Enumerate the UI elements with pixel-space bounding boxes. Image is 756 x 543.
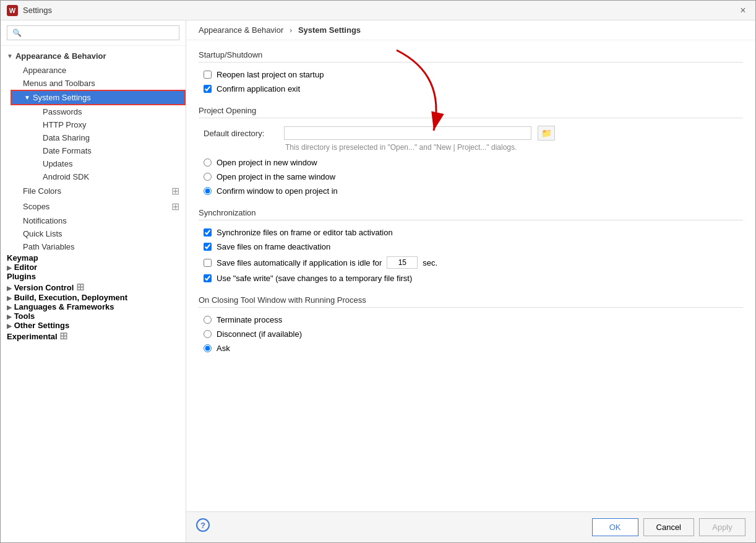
sidebar-tree: ▼ Appearance & Behavior Appearance Menus… bbox=[1, 46, 186, 542]
breadcrumb-current: System Settings bbox=[298, 25, 361, 35]
plugins-label: Plugins bbox=[7, 272, 36, 281]
window-title: Settings bbox=[23, 6, 52, 15]
annotation-container: Startup/Shutdown Reopen last project on … bbox=[199, 50, 743, 353]
sidebar-item-passwords[interactable]: Passwords bbox=[20, 105, 186, 118]
closing-section: On Closing Tool Window with Running Proc… bbox=[199, 295, 743, 353]
sidebar-item-appearance[interactable]: Appearance bbox=[11, 64, 186, 77]
safe-write-row: Use "safe write" (save changes to a temp… bbox=[199, 274, 743, 283]
sidebar-item-tools[interactable]: ▶ Tools bbox=[1, 311, 186, 321]
sidebar-item-editor[interactable]: ▶ Editor bbox=[1, 263, 186, 272]
disconnect-label[interactable]: Disconnect (if available) bbox=[204, 329, 302, 339]
languages-frameworks-label: Languages & Frameworks bbox=[14, 302, 114, 311]
right-panel: Appearance & Behavior › System Settings … bbox=[186, 20, 755, 542]
sidebar-item-android-sdk[interactable]: Android SDK bbox=[20, 170, 186, 183]
chevron-down-icon: ▼ bbox=[7, 53, 13, 59]
ask-radio[interactable] bbox=[204, 344, 212, 352]
open-new-window-label[interactable]: Open project in new window bbox=[204, 158, 317, 167]
file-colors-icon: ⊞ bbox=[171, 185, 179, 197]
ok-button[interactable]: OK bbox=[592, 518, 638, 536]
sidebar-item-quick-lists[interactable]: Quick Lists bbox=[11, 227, 186, 240]
sync-header: Synchronization bbox=[199, 208, 743, 220]
scopes-label: Scopes bbox=[23, 202, 49, 211]
open-same-window-radio[interactable] bbox=[204, 173, 212, 181]
sidebar-item-file-colors[interactable]: File Colors ⊞ bbox=[11, 183, 186, 199]
tools-label: Tools bbox=[14, 311, 35, 321]
sidebar-item-menus-toolbars[interactable]: Menus and Toolbars bbox=[11, 77, 186, 90]
main-content: ▼ Appearance & Behavior Appearance Menus… bbox=[1, 20, 755, 542]
cancel-button[interactable]: Cancel bbox=[643, 518, 694, 536]
ask-label[interactable]: Ask bbox=[204, 344, 230, 353]
open-new-window-text: Open project in new window bbox=[217, 158, 317, 167]
save-idle-row: Save files automatically if application … bbox=[199, 256, 743, 269]
reopen-label[interactable]: Reopen last project on startup bbox=[204, 70, 324, 79]
passwords-label: Passwords bbox=[43, 107, 82, 116]
confirm-row: Confirm application exit bbox=[199, 84, 743, 93]
search-input[interactable] bbox=[7, 25, 179, 40]
menus-toolbars-label: Menus and Toolbars bbox=[23, 79, 95, 88]
chevron-right-build: ▶ bbox=[7, 295, 12, 302]
sidebar-item-system-settings[interactable]: ▼ System Settings bbox=[11, 90, 186, 105]
sidebar-item-build-execution[interactable]: ▶ Build, Execution, Deployment bbox=[1, 293, 186, 302]
close-button[interactable]: × bbox=[737, 4, 749, 17]
sidebar-item-scopes[interactable]: Scopes ⊞ bbox=[11, 199, 186, 214]
save-idle-label[interactable]: Save files automatically if application … bbox=[204, 256, 437, 269]
save-deactivation-checkbox[interactable] bbox=[204, 243, 212, 251]
terminate-label[interactable]: Terminate process bbox=[204, 315, 282, 324]
safe-write-label[interactable]: Use "safe write" (save changes to a temp… bbox=[204, 274, 412, 283]
save-idle-checkbox[interactable] bbox=[204, 259, 212, 267]
sidebar-item-path-variables[interactable]: Path Variables bbox=[11, 240, 186, 253]
sidebar-item-other-settings[interactable]: ▶ Other Settings bbox=[1, 321, 186, 330]
confirm-checkbox[interactable] bbox=[204, 85, 212, 93]
app-icon: W bbox=[7, 5, 18, 16]
settings-window: W Settings × ▼ Appearance & Behavior bbox=[0, 0, 756, 543]
safe-write-checkbox[interactable] bbox=[204, 274, 212, 282]
bottom-bar: ? OK Cancel Apply bbox=[186, 511, 755, 542]
search-box bbox=[1, 20, 186, 46]
confirm-window-radio[interactable] bbox=[204, 187, 212, 195]
sidebar-item-keymap[interactable]: Keymap bbox=[1, 253, 186, 263]
apply-button[interactable]: Apply bbox=[699, 518, 745, 536]
breadcrumb: Appearance & Behavior › System Settings bbox=[186, 20, 755, 40]
appearance-behavior-label: Appearance & Behavior bbox=[15, 51, 106, 61]
default-dir-input[interactable] bbox=[284, 126, 531, 140]
dir-browse-button[interactable]: 📁 bbox=[538, 126, 555, 141]
vc-icon: ⊞ bbox=[76, 282, 84, 292]
sidebar-item-http-proxy[interactable]: HTTP Proxy bbox=[20, 118, 186, 131]
default-dir-row: Default directory: 📁 bbox=[199, 126, 743, 141]
disconnect-row: Disconnect (if available) bbox=[199, 329, 743, 339]
confirm-window-label[interactable]: Confirm window to open project in bbox=[204, 186, 338, 196]
disconnect-radio[interactable] bbox=[204, 330, 212, 338]
terminate-radio[interactable] bbox=[204, 316, 212, 324]
confirm-text: Confirm application exit bbox=[217, 84, 300, 93]
build-execution-label: Build, Execution, Deployment bbox=[14, 293, 127, 302]
sync-files-label[interactable]: Synchronize files on frame or editor tab… bbox=[204, 228, 393, 237]
sidebar-item-languages-frameworks[interactable]: ▶ Languages & Frameworks bbox=[1, 302, 186, 311]
chevron-right-tools: ▶ bbox=[7, 313, 12, 320]
sidebar-item-date-formats[interactable]: Date Formats bbox=[20, 144, 186, 157]
chevron-down-icon-system: ▼ bbox=[24, 94, 30, 101]
help-button[interactable]: ? bbox=[196, 518, 210, 532]
sidebar-item-version-control[interactable]: ▶ Version Control ⊞ bbox=[1, 281, 186, 293]
sidebar-item-notifications[interactable]: Notifications bbox=[11, 214, 186, 227]
sidebar: ▼ Appearance & Behavior Appearance Menus… bbox=[1, 20, 186, 542]
idle-input[interactable] bbox=[387, 256, 418, 269]
sidebar-item-plugins[interactable]: Plugins bbox=[1, 272, 186, 281]
safe-write-text: Use "safe write" (save changes to a temp… bbox=[217, 274, 412, 283]
reopen-text: Reopen last project on startup bbox=[217, 70, 324, 79]
open-new-window-radio[interactable] bbox=[204, 159, 212, 167]
android-sdk-label: Android SDK bbox=[43, 172, 89, 181]
sync-files-checkbox[interactable] bbox=[204, 228, 212, 237]
sidebar-item-experimental[interactable]: Experimental ⊞ bbox=[1, 330, 186, 342]
ask-row: Ask bbox=[199, 344, 743, 353]
title-bar-left: W Settings bbox=[7, 5, 52, 16]
chevron-right-vc: ▶ bbox=[7, 285, 12, 292]
open-same-window-label[interactable]: Open project in the same window bbox=[204, 172, 335, 181]
http-proxy-label: HTTP Proxy bbox=[43, 120, 87, 129]
sidebar-item-updates[interactable]: Updates bbox=[20, 157, 186, 170]
sidebar-item-data-sharing[interactable]: Data Sharing bbox=[20, 131, 186, 144]
sidebar-item-appearance-behavior[interactable]: ▼ Appearance & Behavior bbox=[1, 48, 186, 64]
save-deactivation-label[interactable]: Save files on frame deactivation bbox=[204, 242, 330, 251]
confirm-label[interactable]: Confirm application exit bbox=[204, 84, 300, 93]
data-sharing-label: Data Sharing bbox=[43, 133, 90, 142]
reopen-checkbox[interactable] bbox=[204, 71, 212, 79]
